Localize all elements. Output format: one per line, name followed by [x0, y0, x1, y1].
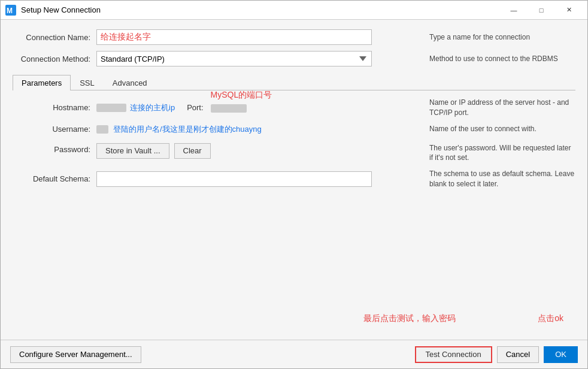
connection-name-label: Connection Name: [13, 33, 96, 42]
app-icon: M [5, 5, 16, 16]
ok-button[interactable]: OK [544, 346, 578, 363]
minimize-button[interactable]: — [500, 1, 528, 20]
port-wrapper: MySQL的端口号 [211, 103, 247, 113]
schema-row: Default Schema: The schema to use as def… [13, 169, 575, 189]
test-connection-button[interactable]: Test Connection [415, 346, 492, 363]
dialog-content: Connection Name: Type a name for the con… [1, 20, 587, 340]
password-row: Password: Store in Vault ... Clear The u… [13, 141, 575, 164]
store-in-vault-button[interactable]: Store in Vault ... [96, 143, 169, 159]
username-row: Username: 登陆的用户名/我这里是刚才创建的chuayng Name o… [13, 124, 575, 135]
schema-input[interactable] [96, 171, 372, 187]
connection-name-field-area [96, 29, 420, 45]
bottom-test-annotation: 最后点击测试，输入密码 [363, 313, 456, 324]
tab-ssl[interactable]: SSL [71, 75, 104, 90]
window-title: Setup New Connection [21, 5, 500, 14]
schema-help: The schema to use as default schema. Lea… [420, 169, 575, 189]
username-censored [96, 125, 108, 134]
connection-method-help: Method to use to connect to the RDBMS [420, 54, 575, 64]
setup-new-connection-window: M Setup New Connection — □ ✕ Connection … [0, 0, 588, 369]
connection-name-row: Connection Name: Type a name for the con… [13, 29, 575, 45]
username-label: Username: [13, 125, 96, 134]
schema-label: Default Schema: [13, 174, 96, 183]
hostname-input-wrapper: 连接的主机ip [96, 102, 175, 113]
window-controls: — □ ✕ [500, 1, 583, 20]
connection-method-label: Connection Method: [13, 55, 96, 63]
hostname-censored [96, 104, 126, 112]
parameter-tabs: Parameters SSL Advanced [13, 75, 575, 90]
port-censored [211, 104, 247, 113]
connection-method-select[interactable]: Standard (TCP/IP) Standard (TCP/IP) over… [96, 51, 372, 66]
tab-parameters[interactable]: Parameters [13, 75, 71, 90]
password-help: The user's password. Will be requested l… [420, 143, 575, 164]
clear-password-button[interactable]: Clear [174, 143, 211, 159]
connection-method-field-area: Standard (TCP/IP) Standard (TCP/IP) over… [96, 51, 420, 66]
footer-left: Configure Server Management... [10, 346, 415, 363]
schema-field-area [96, 171, 420, 187]
hostname-annotation: 连接的主机ip [130, 102, 175, 113]
hostname-label: Hostname: [13, 103, 96, 112]
cancel-button[interactable]: Cancel [497, 346, 539, 363]
hostname-row: Hostname: 连接的主机ip Port: MySQL的端口号 Name o… [13, 98, 575, 118]
port-annotation: MySQL的端口号 [211, 90, 272, 101]
ok-annotation: 点击ok [538, 313, 563, 324]
connection-method-row: Connection Method: Standard (TCP/IP) Sta… [13, 51, 575, 66]
username-annotation: 登陆的用户名/我这里是刚才创建的chuayng [113, 124, 262, 135]
configure-server-button[interactable]: Configure Server Management... [10, 346, 141, 363]
params-content: Hostname: 连接的主机ip Port: MySQL的端口号 Name o… [13, 98, 575, 195]
close-button[interactable]: ✕ [555, 1, 583, 20]
port-label: Port: [187, 103, 203, 112]
footer-right: Test Connection Cancel OK [415, 346, 578, 363]
dialog-footer: Configure Server Management... Test Conn… [1, 340, 587, 368]
connection-name-input[interactable] [96, 29, 372, 45]
password-field-area: Store in Vault ... Clear [96, 143, 420, 159]
username-field-area: 登陆的用户名/我这里是刚才创建的chuayng [96, 124, 420, 135]
svg-text:M: M [7, 7, 13, 15]
password-label: Password: [13, 143, 96, 154]
hostname-help: Name or IP address of the server host - … [420, 98, 575, 118]
titlebar: M Setup New Connection — □ ✕ [1, 1, 587, 20]
maximize-button[interactable]: □ [528, 1, 555, 20]
connection-name-help: Type a name for the connection [420, 32, 575, 43]
bottom-area: 最后点击测试，输入密码 点击ok [13, 195, 575, 330]
username-help: Name of the user to connect with. [420, 124, 575, 134]
hostname-field-area: 连接的主机ip Port: MySQL的端口号 [96, 102, 420, 113]
tab-advanced[interactable]: Advanced [104, 75, 156, 90]
